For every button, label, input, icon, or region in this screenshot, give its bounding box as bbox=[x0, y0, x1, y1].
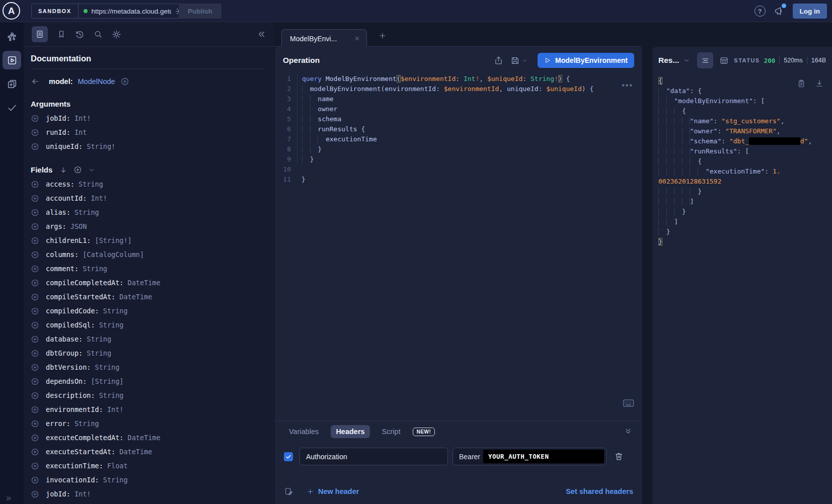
field-row[interactable]: compiledSql: String bbox=[31, 318, 264, 332]
argument-row[interactable]: uniqueId: String! bbox=[31, 139, 264, 153]
add-field-icon[interactable] bbox=[31, 490, 39, 498]
new-tab-button[interactable] bbox=[375, 28, 390, 43]
field-row[interactable]: environmentId: Int! bbox=[31, 402, 264, 416]
add-field-icon[interactable] bbox=[31, 434, 39, 442]
apollo-logo[interactable]: A bbox=[3, 2, 20, 20]
sort-down-icon[interactable] bbox=[59, 166, 67, 174]
response-dropdown-button[interactable] bbox=[683, 57, 690, 64]
share-icon[interactable] bbox=[494, 56, 503, 65]
rail-schema-graph-button[interactable] bbox=[3, 27, 21, 46]
header-key-input[interactable] bbox=[299, 448, 448, 465]
expand-rail-button[interactable] bbox=[4, 495, 13, 502]
bookmark-icon[interactable] bbox=[57, 30, 66, 39]
add-field-icon[interactable] bbox=[31, 377, 39, 386]
field-row[interactable]: columns: [CatalogColumn] bbox=[31, 247, 264, 262]
field-row[interactable]: access: String bbox=[31, 177, 264, 191]
field-row[interactable]: dbtVersion: String bbox=[31, 360, 264, 374]
field-row[interactable]: dependsOn: [String] bbox=[31, 374, 264, 388]
add-all-fields-icon[interactable] bbox=[120, 77, 129, 86]
documentation-tab-button[interactable] bbox=[32, 26, 48, 42]
table-view-button[interactable] bbox=[719, 56, 729, 65]
endpoint-url[interactable]: https://metadata.cloud.getd bbox=[92, 8, 171, 15]
add-field-icon[interactable] bbox=[31, 279, 39, 287]
rail-explorer-button[interactable] bbox=[3, 51, 21, 69]
field-row[interactable]: description: String bbox=[31, 388, 264, 402]
add-field-icon[interactable] bbox=[31, 265, 39, 273]
argument-row[interactable]: jobId: Int! bbox=[31, 111, 264, 125]
field-row[interactable]: executeCompletedAt: DateTime bbox=[31, 431, 264, 445]
add-field-icon[interactable] bbox=[31, 476, 39, 484]
add-field-icon[interactable] bbox=[31, 194, 39, 203]
close-tab-icon[interactable] bbox=[354, 35, 360, 42]
field-row[interactable]: args: JSON bbox=[31, 219, 264, 233]
rail-checks-button[interactable] bbox=[3, 98, 21, 117]
delete-header-button[interactable] bbox=[614, 452, 624, 461]
edit-document-icon[interactable] bbox=[284, 487, 293, 496]
chevron-down-icon[interactable] bbox=[88, 166, 95, 174]
field-row[interactable]: compileCompletedAt: DateTime bbox=[31, 276, 264, 290]
add-fields-icon[interactable] bbox=[73, 165, 82, 174]
announcements-button[interactable] bbox=[774, 6, 785, 17]
field-row[interactable]: compiledCode: String bbox=[31, 304, 264, 318]
rail-collections-button[interactable] bbox=[3, 74, 21, 93]
endpoint-url-box[interactable]: https://metadata.cloud.getd bbox=[79, 4, 189, 18]
field-row[interactable]: dbtGroup: String bbox=[31, 346, 264, 360]
search-icon[interactable] bbox=[94, 30, 103, 39]
field-row[interactable]: alias: String bbox=[31, 205, 264, 219]
argument-row[interactable]: runId: Int bbox=[31, 125, 264, 139]
add-field-icon[interactable] bbox=[31, 222, 39, 231]
publish-button[interactable]: Publish bbox=[179, 4, 221, 19]
field-row[interactable]: compileStartedAt: DateTime bbox=[31, 290, 264, 304]
add-field-icon[interactable] bbox=[31, 363, 39, 372]
field-row[interactable]: accountId: Int! bbox=[31, 191, 264, 205]
collapse-bottom-panel-button[interactable] bbox=[624, 427, 632, 435]
add-argument-icon[interactable] bbox=[31, 142, 39, 151]
add-field-icon[interactable] bbox=[31, 419, 39, 428]
add-argument-icon[interactable] bbox=[31, 128, 39, 137]
add-field-icon[interactable] bbox=[31, 335, 39, 344]
tab-headers[interactable]: Headers bbox=[331, 425, 369, 438]
collapse-panel-button[interactable] bbox=[257, 30, 266, 39]
add-field-icon[interactable] bbox=[31, 462, 39, 470]
header-value-input[interactable]: Bearer YOUR_AUTH_TOKEN bbox=[452, 448, 607, 465]
add-field-icon[interactable] bbox=[31, 349, 39, 358]
add-field-icon[interactable] bbox=[31, 293, 39, 301]
new-header-button[interactable]: New header bbox=[307, 487, 359, 495]
tab-variables[interactable]: Variables bbox=[284, 425, 324, 438]
history-icon[interactable] bbox=[75, 30, 85, 39]
copy-icon[interactable] bbox=[797, 79, 806, 88]
field-row[interactable]: database: String bbox=[31, 332, 264, 346]
add-field-icon[interactable] bbox=[31, 250, 39, 259]
add-field-icon[interactable] bbox=[31, 208, 39, 217]
add-field-icon[interactable] bbox=[31, 321, 39, 329]
back-arrow-icon[interactable] bbox=[31, 77, 40, 86]
field-row[interactable]: childrenL1: [String!] bbox=[31, 233, 264, 247]
header-enabled-checkbox[interactable] bbox=[284, 452, 293, 461]
add-field-icon[interactable] bbox=[31, 236, 39, 245]
login-button[interactable]: Log in bbox=[793, 4, 827, 19]
add-field-icon[interactable] bbox=[31, 448, 39, 456]
add-field-icon[interactable] bbox=[31, 391, 39, 400]
download-icon[interactable] bbox=[815, 79, 824, 88]
add-field-icon[interactable] bbox=[31, 307, 39, 315]
operation-editor[interactable]: 1 query ModelByEnvironment($environmentI… bbox=[275, 74, 642, 421]
gear-icon[interactable] bbox=[112, 30, 121, 39]
operation-tab[interactable]: ModelByEnvi... bbox=[281, 29, 367, 47]
tab-script[interactable]: Script bbox=[377, 425, 406, 438]
raw-view-button[interactable] bbox=[697, 52, 713, 68]
add-field-icon[interactable] bbox=[31, 405, 39, 414]
help-icon[interactable]: ? bbox=[754, 6, 766, 17]
editor-menu-button[interactable]: ••• bbox=[622, 81, 633, 90]
field-row[interactable]: executeStartedAt: DateTime bbox=[31, 445, 264, 459]
model-type-link[interactable]: ModelNode bbox=[78, 77, 115, 86]
save-button[interactable] bbox=[510, 56, 527, 65]
field-row[interactable]: error: String bbox=[31, 416, 264, 431]
field-row[interactable]: invocationId: String bbox=[31, 473, 264, 487]
add-argument-icon[interactable] bbox=[31, 114, 39, 123]
field-row[interactable]: jobId: Int! bbox=[31, 487, 264, 501]
set-shared-headers-button[interactable]: Set shared headers bbox=[566, 487, 633, 495]
auth-token-value[interactable]: YOUR_AUTH_TOKEN bbox=[483, 450, 604, 463]
field-row[interactable]: executionTime: Float bbox=[31, 459, 264, 473]
add-field-icon[interactable] bbox=[31, 180, 39, 189]
field-row[interactable]: comment: String bbox=[31, 262, 264, 276]
